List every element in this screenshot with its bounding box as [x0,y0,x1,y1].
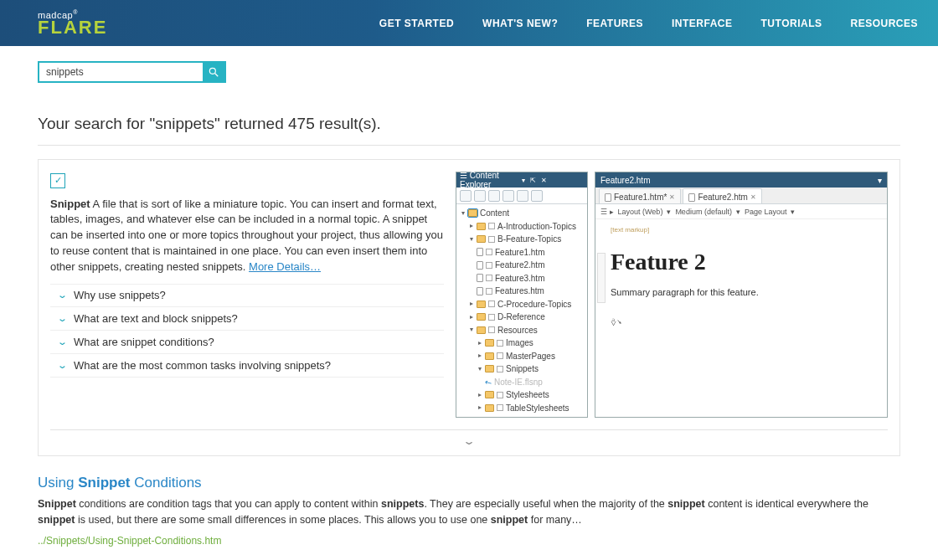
result-snippet: Snippet conditions are condition tags th… [38,496,900,528]
nav-get-started[interactable]: GET STARTED [379,18,454,29]
toolbar-icon[interactable] [531,190,543,202]
result-path[interactable]: ../Snippets/Using-Snippet-Conditions.htm [38,535,900,547]
text-markup-label: [text markup] [611,226,649,234]
close-icon[interactable]: ✕ [750,193,756,201]
chevron-down-icon: ⌄ [45,290,78,301]
results-heading: Your search for "snippets" returned 475 … [38,115,900,133]
panel-window-icons: ▾ ⇱ ✕ [522,177,584,184]
nav-features[interactable]: FEATURES [586,18,643,29]
chevron-down-icon: ⌄ [45,337,78,347]
brand-bottom: FLARE [38,18,107,37]
search-input[interactable] [39,63,203,81]
editor-tab[interactable]: Feature1.htm*✕ [599,188,681,203]
content-explorer-panel: ☰ Content Explorer▾ ⇱ ✕ ▾Content ▸A-Intr… [456,172,588,418]
svg-point-0 [209,68,215,74]
brand-logo[interactable]: madcap® FLARE [38,9,107,38]
snippet-definition: Snippet A file that is sort of like a mi… [50,197,444,275]
panel-dropdown-icon[interactable]: ▾ [878,176,882,185]
editor-gutter [597,253,606,303]
accordion-item[interactable]: ⌄What are the most common tasks involvin… [50,354,444,378]
toolbar-icon[interactable] [460,190,472,202]
toolbar-icon[interactable] [488,190,500,202]
result-title-link[interactable]: Using Snippet Conditions [38,475,900,491]
editor-paragraph: Summary paragraph for this feature. [611,287,877,297]
nav-interface[interactable]: INTERFACE [672,18,733,29]
toolbar-icon[interactable] [474,190,486,202]
chevron-down-icon: ⌄ [45,360,78,371]
nav-resources[interactable]: RESOURCES [850,18,918,29]
search-icon [208,66,219,78]
search-button[interactable] [203,63,224,81]
svg-line-1 [215,74,219,77]
accordion-item[interactable]: ⌄Why use snippets? [50,284,444,307]
toolbar-icon[interactable] [517,190,528,202]
editor-panel: Feature2.htm▾ Feature1.htm*✕ Feature2.ht… [595,172,888,418]
close-icon[interactable]: ✕ [669,193,675,201]
accordion-item[interactable]: ⌄What are text and block snippets? [50,307,444,331]
nav-tutorials[interactable]: TUTORIALS [761,18,822,29]
chevron-down-icon: ⌄ [45,313,78,324]
content-tree[interactable]: ▾Content ▸A-Introduction-Topics ▾B-Featu… [456,204,587,417]
drop-cursor-icon: ⎀↘ [611,316,877,327]
search-result: Using Snippet Conditions Snippet conditi… [38,475,900,547]
editor-heading: Feature 2 [611,249,877,275]
nav-whats-new[interactable]: WHAT'S NEW? [482,18,558,29]
check-icon: ✓ [50,173,65,188]
divider [38,145,900,146]
expand-chevron-icon[interactable]: ⌄ [0,435,938,447]
more-details-link[interactable]: More Details… [249,260,321,273]
editor-tab[interactable]: Feature2.htm✕ [683,188,761,203]
accordion-item[interactable]: ⌄What are snippet conditions? [50,331,444,354]
toolbar-icon[interactable] [502,190,514,202]
micro-content-card: ✓ Snippet A file that is sort of like a … [38,159,900,456]
